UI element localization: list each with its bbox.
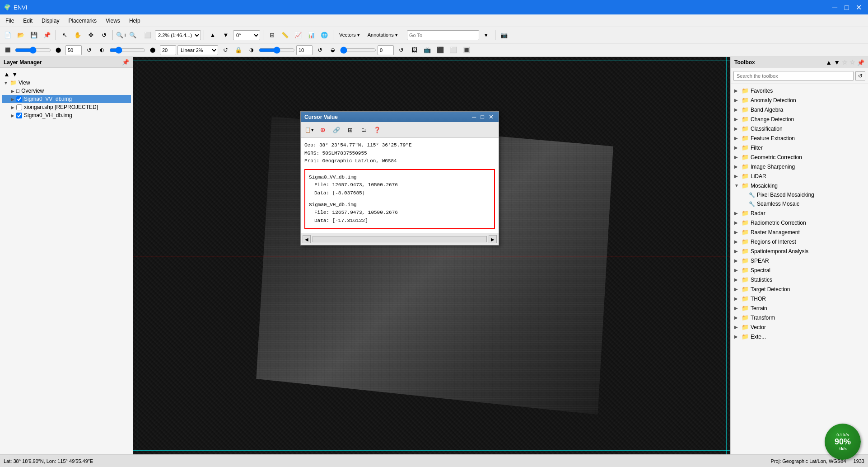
layer2-checkbox[interactable] xyxy=(16,113,22,118)
toolbox-item-1[interactable]: ▶📁Anomaly Detection xyxy=(731,95,868,105)
cursor-tool-grid[interactable]: ⊞ xyxy=(344,124,356,136)
opacity-value[interactable]: 0 xyxy=(378,45,394,55)
toolbox-item-11[interactable]: 🔧Pixel Based Mosaicking xyxy=(731,190,868,199)
brightness-circle-button[interactable]: ⬛ xyxy=(2,44,14,56)
cursor-dialog-maximize[interactable]: □ xyxy=(479,113,485,120)
profile-button[interactable]: 📈 xyxy=(292,29,304,41)
grid-button[interactable]: ⊞ xyxy=(266,29,278,41)
layer-item-0[interactable]: ▶ Sigma0_VV_db.img xyxy=(2,95,131,103)
annotations-button[interactable]: Annotations ▾ xyxy=(364,29,401,41)
cursor-tool-crosshair[interactable]: ⊕ xyxy=(317,124,329,136)
overview-item[interactable]: ▶ □ Overview xyxy=(2,87,131,95)
save-file-button[interactable]: 💾 xyxy=(28,29,40,41)
toolbox-item-23[interactable]: ▶📁Terrain xyxy=(731,303,868,313)
zoom-rect-button[interactable]: ⬜ xyxy=(142,29,154,41)
menu-file[interactable]: File xyxy=(2,16,18,25)
nav-down-button[interactable]: ▼ xyxy=(220,29,232,41)
layer1-checkbox[interactable] xyxy=(16,104,22,110)
zoom-out-button[interactable]: 🔍− xyxy=(129,29,140,41)
contrast-half-button[interactable]: ⬤ xyxy=(147,44,159,56)
cursor-dialog-close[interactable]: ✕ xyxy=(487,113,495,120)
toolbox-item-3[interactable]: ▶📁Change Detection xyxy=(731,114,868,124)
transparency-slider[interactable] xyxy=(259,47,295,54)
rotate-button[interactable]: ↺ xyxy=(98,29,110,41)
toolbox-down-arrow[interactable]: ▼ xyxy=(834,59,840,66)
transparency-value[interactable]: 10 xyxy=(296,45,313,55)
toolbox-item-26[interactable]: ▶📁Exte... xyxy=(731,332,868,341)
close-button[interactable]: ✕ xyxy=(853,2,864,13)
image-tool5-button[interactable]: 🔳 xyxy=(461,44,472,56)
cursor-tool-help[interactable]: ❓ xyxy=(371,124,383,136)
scroll-left-button[interactable]: ◀ xyxy=(303,235,311,243)
transparency-left-button[interactable]: ◑ xyxy=(246,44,257,56)
toolbox-item-6[interactable]: ▶📁Filter xyxy=(731,143,868,152)
pin-button[interactable]: 📌 xyxy=(41,29,53,41)
linear-stretch-select[interactable]: Linear 2% xyxy=(177,45,218,55)
toolbox-item-0[interactable]: ▶📁Favorites xyxy=(731,86,868,95)
brightness-half-button[interactable]: ⬤ xyxy=(52,44,64,56)
cursor-button[interactable]: ↖ xyxy=(59,29,70,41)
zoom-in-button[interactable]: 🔍+ xyxy=(116,29,127,41)
toolbox-item-16[interactable]: ▶📁Regions of Interest xyxy=(731,237,868,246)
menu-help[interactable]: Help xyxy=(126,16,144,25)
toolbox-item-19[interactable]: ▶📁Spectral xyxy=(731,265,868,275)
refresh2-button[interactable]: ↺ xyxy=(219,44,231,56)
snapshot-button[interactable]: 📷 xyxy=(498,29,510,41)
menu-edit[interactable]: Edit xyxy=(19,16,36,25)
cursor-dialog-minimize[interactable]: ─ xyxy=(471,113,477,120)
stats-button[interactable]: 📊 xyxy=(305,29,317,41)
cursor-tool-copy[interactable]: 📋▾ xyxy=(303,124,315,136)
toolbox-search-input[interactable] xyxy=(733,71,854,81)
minimize-button[interactable]: ─ xyxy=(830,3,840,13)
pan-button[interactable]: ✋ xyxy=(72,29,84,41)
brightness-value[interactable]: 50 xyxy=(65,45,82,55)
toolbox-item-7[interactable]: ▶📁Geometric Correction xyxy=(731,152,868,162)
toolbox-pin-button[interactable]: 📌 xyxy=(857,59,864,66)
toolbox-item-2[interactable]: ▶📁Band Algebra xyxy=(731,105,868,114)
layer-panel-pin-button[interactable]: 📌 xyxy=(122,59,129,66)
toolbox-item-15[interactable]: ▶📁Raster Management xyxy=(731,227,868,237)
toolbox-item-10[interactable]: ▼📁Mosaicking xyxy=(731,181,868,190)
opacity-slider[interactable] xyxy=(340,47,376,54)
map-area[interactable]: Cursor Value ─ □ ✕ 📋▾ ⊕ 🔗 ⊞ 🗂 ❓ xyxy=(133,57,730,454)
layer-item-2[interactable]: ▶ Sigma0_VH_db.img xyxy=(2,111,131,119)
lock-button[interactable]: 🔒 xyxy=(233,44,244,56)
toolbox-item-8[interactable]: ▶📁Image Sharpening xyxy=(731,162,868,171)
contrast-circle-button[interactable]: ◐ xyxy=(96,44,108,56)
image-tool2-button[interactable]: 📺 xyxy=(421,44,433,56)
contrast-slider[interactable] xyxy=(109,47,145,54)
toolbox-item-18[interactable]: ▶📁SPEAR xyxy=(731,256,868,265)
star-empty-1[interactable]: ☆ xyxy=(842,59,848,66)
refresh1-button[interactable]: ↺ xyxy=(83,44,95,56)
new-file-button[interactable]: 📄 xyxy=(2,29,14,41)
globe-button[interactable]: 🌐 xyxy=(318,29,330,41)
view-item[interactable]: ▼ 📁 View xyxy=(2,79,131,87)
toolbox-item-13[interactable]: ▶📁Radar xyxy=(731,208,868,218)
maximize-button[interactable]: □ xyxy=(842,3,852,13)
toolbox-refresh-button[interactable]: ↺ xyxy=(855,71,865,80)
expand-all-button[interactable]: ▼ xyxy=(12,71,18,78)
toolbox-item-17[interactable]: ▶📁Spatiotemporal Analysis xyxy=(731,246,868,256)
refresh3-button[interactable]: ↺ xyxy=(314,44,326,56)
menu-display[interactable]: Display xyxy=(38,16,63,25)
rotation-select[interactable]: 0° xyxy=(233,30,260,40)
toolbox-item-21[interactable]: ▶📁Target Detection xyxy=(731,284,868,294)
toolbox-item-9[interactable]: ▶📁LiDAR xyxy=(731,171,868,181)
zoom-select[interactable]: 2.2% (1:46.4...) xyxy=(155,30,201,40)
refresh4-button[interactable]: ↺ xyxy=(395,44,407,56)
vectors-button[interactable]: Vectors ▾ xyxy=(336,29,363,41)
toolbox-item-4[interactable]: ▶📁Classification xyxy=(731,124,868,133)
menu-views[interactable]: Views xyxy=(102,16,124,25)
brightness-slider[interactable] xyxy=(15,47,51,54)
layer0-checkbox[interactable] xyxy=(16,96,22,102)
menu-placemarks[interactable]: Placemarks xyxy=(65,16,100,25)
contrast-value[interactable]: 20 xyxy=(160,45,176,55)
scrollbar-track[interactable] xyxy=(313,236,487,242)
nav-up-button[interactable]: ▲ xyxy=(207,29,219,41)
toolbox-item-14[interactable]: ▶📁Radiometric Correction xyxy=(731,218,868,227)
toolbox-item-22[interactable]: ▶📁THOR xyxy=(731,294,868,303)
layer-item-1[interactable]: ▶ xiongan.shp [REPROJECTED] xyxy=(2,103,131,111)
move-button[interactable]: ✜ xyxy=(85,29,97,41)
image-tool1-button[interactable]: 🖼 xyxy=(408,44,420,56)
image-tool4-button[interactable]: ⬜ xyxy=(448,44,459,56)
